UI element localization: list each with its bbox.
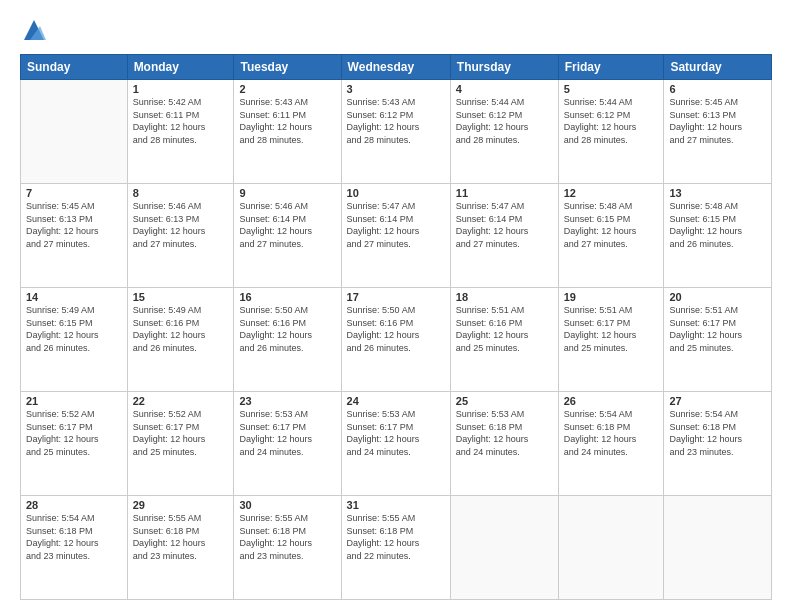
day-number: 11 — [456, 187, 553, 199]
day-number: 21 — [26, 395, 122, 407]
calendar-cell: 8Sunrise: 5:46 AM Sunset: 6:13 PM Daylig… — [127, 184, 234, 288]
calendar-cell: 3Sunrise: 5:43 AM Sunset: 6:12 PM Daylig… — [341, 80, 450, 184]
day-info: Sunrise: 5:55 AM Sunset: 6:18 PM Dayligh… — [133, 512, 229, 562]
calendar-cell: 15Sunrise: 5:49 AM Sunset: 6:16 PM Dayli… — [127, 288, 234, 392]
day-info: Sunrise: 5:45 AM Sunset: 6:13 PM Dayligh… — [669, 96, 766, 146]
weekday-header-tuesday: Tuesday — [234, 55, 341, 80]
day-info: Sunrise: 5:48 AM Sunset: 6:15 PM Dayligh… — [669, 200, 766, 250]
weekday-header-saturday: Saturday — [664, 55, 772, 80]
day-info: Sunrise: 5:53 AM Sunset: 6:17 PM Dayligh… — [239, 408, 335, 458]
day-number: 19 — [564, 291, 659, 303]
calendar-cell: 23Sunrise: 5:53 AM Sunset: 6:17 PM Dayli… — [234, 392, 341, 496]
calendar-cell: 5Sunrise: 5:44 AM Sunset: 6:12 PM Daylig… — [558, 80, 664, 184]
calendar-cell: 9Sunrise: 5:46 AM Sunset: 6:14 PM Daylig… — [234, 184, 341, 288]
day-number: 5 — [564, 83, 659, 95]
day-number: 17 — [347, 291, 445, 303]
day-info: Sunrise: 5:49 AM Sunset: 6:15 PM Dayligh… — [26, 304, 122, 354]
week-row-1: 1Sunrise: 5:42 AM Sunset: 6:11 PM Daylig… — [21, 80, 772, 184]
calendar-cell: 22Sunrise: 5:52 AM Sunset: 6:17 PM Dayli… — [127, 392, 234, 496]
day-number: 24 — [347, 395, 445, 407]
day-number: 23 — [239, 395, 335, 407]
day-info: Sunrise: 5:47 AM Sunset: 6:14 PM Dayligh… — [456, 200, 553, 250]
calendar-cell: 1Sunrise: 5:42 AM Sunset: 6:11 PM Daylig… — [127, 80, 234, 184]
day-number: 14 — [26, 291, 122, 303]
day-info: Sunrise: 5:51 AM Sunset: 6:17 PM Dayligh… — [564, 304, 659, 354]
day-info: Sunrise: 5:55 AM Sunset: 6:18 PM Dayligh… — [347, 512, 445, 562]
calendar-cell: 2Sunrise: 5:43 AM Sunset: 6:11 PM Daylig… — [234, 80, 341, 184]
weekday-header-monday: Monday — [127, 55, 234, 80]
calendar-cell — [558, 496, 664, 600]
calendar-cell: 18Sunrise: 5:51 AM Sunset: 6:16 PM Dayli… — [450, 288, 558, 392]
calendar-cell: 11Sunrise: 5:47 AM Sunset: 6:14 PM Dayli… — [450, 184, 558, 288]
calendar-table: SundayMondayTuesdayWednesdayThursdayFrid… — [20, 54, 772, 600]
calendar-cell: 7Sunrise: 5:45 AM Sunset: 6:13 PM Daylig… — [21, 184, 128, 288]
calendar-cell: 25Sunrise: 5:53 AM Sunset: 6:18 PM Dayli… — [450, 392, 558, 496]
day-number: 2 — [239, 83, 335, 95]
day-number: 6 — [669, 83, 766, 95]
day-info: Sunrise: 5:50 AM Sunset: 6:16 PM Dayligh… — [347, 304, 445, 354]
day-info: Sunrise: 5:43 AM Sunset: 6:11 PM Dayligh… — [239, 96, 335, 146]
day-info: Sunrise: 5:46 AM Sunset: 6:14 PM Dayligh… — [239, 200, 335, 250]
day-number: 16 — [239, 291, 335, 303]
calendar-cell: 13Sunrise: 5:48 AM Sunset: 6:15 PM Dayli… — [664, 184, 772, 288]
day-number: 12 — [564, 187, 659, 199]
day-info: Sunrise: 5:48 AM Sunset: 6:15 PM Dayligh… — [564, 200, 659, 250]
day-number: 29 — [133, 499, 229, 511]
day-number: 15 — [133, 291, 229, 303]
day-number: 18 — [456, 291, 553, 303]
day-number: 31 — [347, 499, 445, 511]
calendar-cell: 29Sunrise: 5:55 AM Sunset: 6:18 PM Dayli… — [127, 496, 234, 600]
calendar-cell: 26Sunrise: 5:54 AM Sunset: 6:18 PM Dayli… — [558, 392, 664, 496]
calendar-cell — [450, 496, 558, 600]
day-info: Sunrise: 5:44 AM Sunset: 6:12 PM Dayligh… — [456, 96, 553, 146]
week-row-4: 21Sunrise: 5:52 AM Sunset: 6:17 PM Dayli… — [21, 392, 772, 496]
day-info: Sunrise: 5:50 AM Sunset: 6:16 PM Dayligh… — [239, 304, 335, 354]
calendar-cell: 14Sunrise: 5:49 AM Sunset: 6:15 PM Dayli… — [21, 288, 128, 392]
day-info: Sunrise: 5:54 AM Sunset: 6:18 PM Dayligh… — [669, 408, 766, 458]
day-info: Sunrise: 5:45 AM Sunset: 6:13 PM Dayligh… — [26, 200, 122, 250]
day-number: 30 — [239, 499, 335, 511]
day-info: Sunrise: 5:53 AM Sunset: 6:17 PM Dayligh… — [347, 408, 445, 458]
calendar-cell: 6Sunrise: 5:45 AM Sunset: 6:13 PM Daylig… — [664, 80, 772, 184]
calendar-cell: 16Sunrise: 5:50 AM Sunset: 6:16 PM Dayli… — [234, 288, 341, 392]
calendar-cell: 12Sunrise: 5:48 AM Sunset: 6:15 PM Dayli… — [558, 184, 664, 288]
weekday-header-sunday: Sunday — [21, 55, 128, 80]
calendar-cell: 30Sunrise: 5:55 AM Sunset: 6:18 PM Dayli… — [234, 496, 341, 600]
day-number: 28 — [26, 499, 122, 511]
weekday-header-wednesday: Wednesday — [341, 55, 450, 80]
calendar-cell: 20Sunrise: 5:51 AM Sunset: 6:17 PM Dayli… — [664, 288, 772, 392]
day-info: Sunrise: 5:52 AM Sunset: 6:17 PM Dayligh… — [26, 408, 122, 458]
day-number: 1 — [133, 83, 229, 95]
calendar-cell: 4Sunrise: 5:44 AM Sunset: 6:12 PM Daylig… — [450, 80, 558, 184]
day-info: Sunrise: 5:53 AM Sunset: 6:18 PM Dayligh… — [456, 408, 553, 458]
day-number: 27 — [669, 395, 766, 407]
day-number: 4 — [456, 83, 553, 95]
calendar-cell: 19Sunrise: 5:51 AM Sunset: 6:17 PM Dayli… — [558, 288, 664, 392]
day-info: Sunrise: 5:43 AM Sunset: 6:12 PM Dayligh… — [347, 96, 445, 146]
day-number: 7 — [26, 187, 122, 199]
day-info: Sunrise: 5:46 AM Sunset: 6:13 PM Dayligh… — [133, 200, 229, 250]
weekday-header-thursday: Thursday — [450, 55, 558, 80]
calendar-cell: 24Sunrise: 5:53 AM Sunset: 6:17 PM Dayli… — [341, 392, 450, 496]
day-number: 13 — [669, 187, 766, 199]
day-info: Sunrise: 5:42 AM Sunset: 6:11 PM Dayligh… — [133, 96, 229, 146]
day-number: 22 — [133, 395, 229, 407]
calendar-cell: 17Sunrise: 5:50 AM Sunset: 6:16 PM Dayli… — [341, 288, 450, 392]
week-row-5: 28Sunrise: 5:54 AM Sunset: 6:18 PM Dayli… — [21, 496, 772, 600]
day-info: Sunrise: 5:44 AM Sunset: 6:12 PM Dayligh… — [564, 96, 659, 146]
day-info: Sunrise: 5:51 AM Sunset: 6:16 PM Dayligh… — [456, 304, 553, 354]
weekday-header-row: SundayMondayTuesdayWednesdayThursdayFrid… — [21, 55, 772, 80]
weekday-header-friday: Friday — [558, 55, 664, 80]
day-info: Sunrise: 5:55 AM Sunset: 6:18 PM Dayligh… — [239, 512, 335, 562]
logo — [20, 16, 52, 44]
calendar-cell: 31Sunrise: 5:55 AM Sunset: 6:18 PM Dayli… — [341, 496, 450, 600]
header — [20, 16, 772, 44]
day-number: 26 — [564, 395, 659, 407]
week-row-2: 7Sunrise: 5:45 AM Sunset: 6:13 PM Daylig… — [21, 184, 772, 288]
page: SundayMondayTuesdayWednesdayThursdayFrid… — [0, 0, 792, 612]
day-info: Sunrise: 5:51 AM Sunset: 6:17 PM Dayligh… — [669, 304, 766, 354]
day-info: Sunrise: 5:47 AM Sunset: 6:14 PM Dayligh… — [347, 200, 445, 250]
calendar-cell: 10Sunrise: 5:47 AM Sunset: 6:14 PM Dayli… — [341, 184, 450, 288]
day-info: Sunrise: 5:52 AM Sunset: 6:17 PM Dayligh… — [133, 408, 229, 458]
week-row-3: 14Sunrise: 5:49 AM Sunset: 6:15 PM Dayli… — [21, 288, 772, 392]
